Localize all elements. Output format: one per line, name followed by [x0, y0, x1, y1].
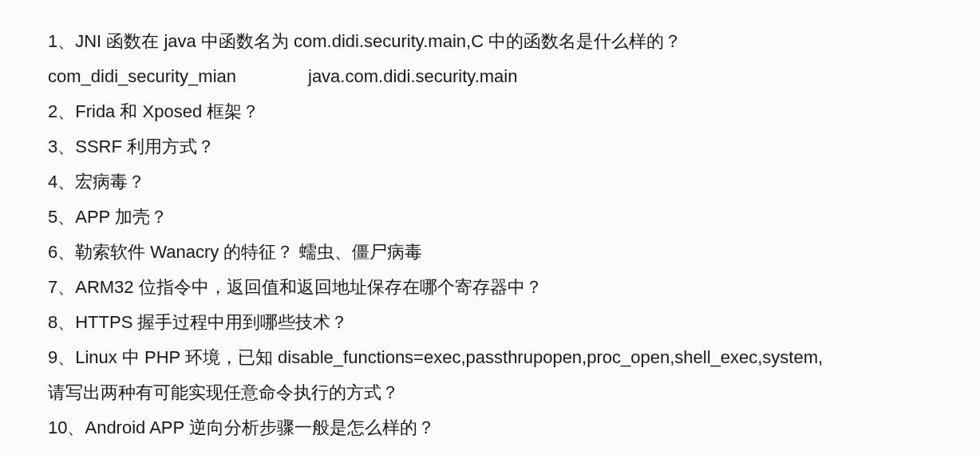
question-1: 1、JNI 函数在 java 中函数名为 com.didi.security.m… — [48, 24, 932, 59]
question-10: 10、Android APP 逆向分析步骤一般是怎么样的？ — [48, 410, 932, 445]
question-2: 2、Frida 和 Xposed 框架？ — [48, 94, 932, 129]
answer-1b: java.com.didi.security.main — [308, 59, 517, 94]
question-5: 5、APP 加壳？ — [48, 200, 932, 235]
question-1-answers: com_didi_security_mian java.com.didi.sec… — [48, 59, 932, 94]
question-list: 1、JNI 函数在 java 中函数名为 com.didi.security.m… — [48, 24, 932, 445]
question-7: 7、ARM32 位指令中，返回值和返回地址保存在哪个寄存器中？ — [48, 270, 932, 305]
question-9-line2: 请写出两种有可能实现任意命令执行的方式？ — [48, 375, 932, 410]
question-3: 3、SSRF 利用方式？ — [48, 129, 932, 164]
question-9-line1: 9、Linux 中 PHP 环境，已知 disable_functions=ex… — [48, 340, 932, 375]
answer-1a: com_didi_security_mian — [48, 59, 236, 94]
question-8: 8、HTTPS 握手过程中用到哪些技术？ — [48, 305, 932, 340]
question-4: 4、宏病毒？ — [48, 164, 932, 200]
question-6: 6、勒索软件 Wanacry 的特征？ 蠕虫、僵尸病毒 — [48, 235, 932, 270]
